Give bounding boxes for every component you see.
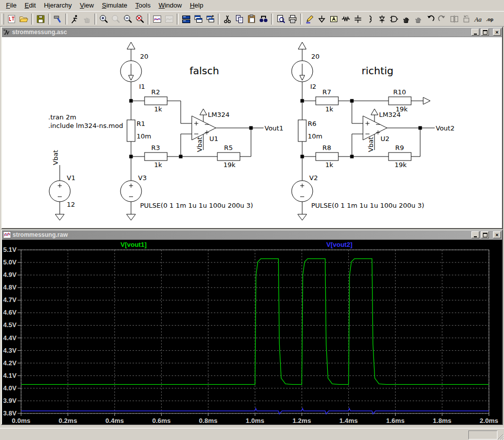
current-source-I2[interactable]: 20 I2	[292, 53, 320, 90]
toolbar-gripper[interactable]	[2, 14, 4, 25]
redo-button	[436, 13, 448, 25]
y-axis-tick-label: 4.0V	[3, 384, 17, 392]
zoom-full-extents-button[interactable]	[134, 13, 146, 25]
x-axis-tick-label: 1.8ms	[433, 417, 451, 424]
zoom-out-button[interactable]	[122, 13, 134, 25]
directive-include[interactable]: .include lm324-ns.mod	[48, 122, 123, 129]
svg-text:U2: U2	[381, 135, 390, 142]
open-file-button[interactable]	[18, 13, 30, 25]
voltage-source-V3[interactable]: V3 PULSE(0 1 1m 1u 1u 100u 200u 3)	[120, 174, 253, 209]
place-text-button[interactable]: Aa	[472, 13, 484, 25]
menu-view[interactable]: View	[76, 1, 98, 11]
svg-text:LM324: LM324	[208, 111, 229, 118]
save-button[interactable]	[35, 13, 47, 25]
spice-directive-button[interactable]: .op	[484, 13, 496, 25]
resistor-R3[interactable]: R3 1k	[145, 144, 167, 169]
resize-grip[interactable]	[497, 433, 503, 440]
resistor-R10[interactable]: R10 19k	[389, 88, 411, 113]
legend-V[vout2][interactable]: V[vout2]	[326, 241, 352, 248]
net-label-vout1[interactable]: Vout1	[265, 124, 283, 132]
rotate-button	[460, 13, 472, 25]
resistor-R7[interactable]: R7 1k	[316, 88, 338, 113]
place-resistor-button[interactable]	[340, 13, 352, 25]
arrange-icons-button[interactable]	[204, 13, 216, 25]
print-preview-button[interactable]	[275, 13, 287, 25]
redo-icon	[437, 14, 447, 24]
menu-file[interactable]: File	[2, 1, 21, 11]
menu-edit[interactable]: Edit	[21, 1, 40, 11]
current-source-I1[interactable]: 20 I1	[120, 53, 149, 90]
svg-text:20: 20	[311, 53, 320, 60]
waveform-plot[interactable]: 5.1V5.0V4.9V4.8V4.7V4.6V4.5V4.4V4.3V4.2V…	[2, 240, 502, 424]
undo-button[interactable]	[424, 13, 436, 25]
new-schematic-button[interactable]	[6, 13, 18, 25]
schematic-maximize-button[interactable]	[481, 29, 489, 36]
waveform-maximize-button[interactable]	[481, 231, 489, 238]
place-capacitor-button[interactable]	[352, 13, 364, 25]
cut-button[interactable]	[221, 13, 233, 25]
svg-text:PULSE(0 1 1m 1u 1u 100u 200u 3: PULSE(0 1 1m 1u 1u 100u 200u 3)	[311, 202, 424, 209]
svg-text:19k: 19k	[395, 161, 407, 169]
voltage-source-V2[interactable]: V2 PULSE(0 1 1m 1u 1u 100u 200u 3)	[292, 174, 424, 209]
move-button[interactable]	[400, 13, 412, 25]
copy-button[interactable]	[233, 13, 245, 25]
save-icon	[36, 14, 46, 24]
tile-windows-button[interactable]	[180, 13, 192, 25]
autorange-y-axis-button[interactable]	[151, 13, 163, 25]
waveform-window-titlebar[interactable]: strommessung.raw ×	[2, 230, 502, 239]
tile-windows-icon	[181, 14, 191, 24]
resistor-R1[interactable]: R1 10m	[127, 120, 151, 141]
print-button[interactable]	[287, 13, 299, 25]
svg-text:20: 20	[140, 53, 149, 60]
run-simulation-icon	[70, 14, 80, 24]
svg-text:PULSE(0 1 1m 1u 1u 100u 200u 3: PULSE(0 1 1m 1u 1u 100u 200u 3)	[140, 202, 253, 209]
schematic-window-icon[interactable]	[3, 29, 11, 36]
schematic-window-titlebar[interactable]: strommessung.asc ×	[2, 28, 502, 37]
schematic-minimize-button[interactable]	[471, 29, 479, 36]
drag-icon	[413, 14, 423, 24]
resistor-R6[interactable]: R6 10m	[298, 120, 322, 141]
draw-wire-button[interactable]	[304, 13, 316, 25]
schematic-canvas[interactable]: falsch richtig .tran 2m .include lm324-n…	[2, 37, 502, 228]
menu-window[interactable]: Window	[155, 1, 186, 11]
place-diode-button[interactable]	[376, 13, 388, 25]
waveform-close-button[interactable]: ×	[493, 231, 501, 238]
legend-V[vout1][interactable]: V[vout1]	[120, 241, 147, 248]
resistor-R5[interactable]: R5 19k	[217, 144, 240, 169]
svg-text:Vbat: Vbat	[196, 137, 203, 152]
run-simulation-button[interactable]	[69, 13, 81, 25]
place-inductor-button[interactable]	[364, 13, 376, 25]
svg-text:1k: 1k	[325, 105, 333, 113]
place-net-label-button[interactable]	[328, 13, 340, 25]
net-label-vout2[interactable]: Vout2	[436, 124, 454, 132]
schematic-close-button[interactable]: ×	[493, 29, 501, 36]
menu-bar: FileEditHierarchyViewSimulateToolsWindow…	[0, 0, 504, 11]
resistor-R8[interactable]: R8 1k	[316, 144, 338, 169]
resistor-R2[interactable]: R2 1k	[145, 88, 167, 113]
menu-simulate[interactable]: Simulate	[98, 1, 132, 11]
svg-text:R1: R1	[137, 120, 145, 127]
menu-help[interactable]: Help	[186, 1, 207, 11]
zoom-back-icon	[111, 14, 121, 24]
cascade-windows-button[interactable]	[192, 13, 204, 25]
paste-button[interactable]	[245, 13, 258, 25]
place-ground-button[interactable]	[316, 13, 328, 25]
x-axis-tick-label: 0.2ms	[59, 417, 77, 424]
voltage-source-V1[interactable]: V1 12 Vbat	[49, 150, 75, 208]
waveform-window-icon[interactable]	[3, 231, 11, 238]
drag-button[interactable]	[412, 13, 424, 25]
control-panel-button[interactable]	[52, 13, 64, 25]
waveform-minimize-button[interactable]	[471, 231, 479, 238]
cascade-windows-icon	[193, 14, 203, 24]
resistor-R9[interactable]: R9 19k	[389, 144, 411, 169]
y-axis-tick-label: 4.5V	[3, 321, 17, 329]
place-component-button[interactable]	[388, 13, 400, 25]
y-axis-tick-label: 4.7V	[3, 296, 17, 304]
zoom-in-button[interactable]	[98, 13, 110, 25]
plot-settings-icon	[164, 14, 174, 24]
directive-tran[interactable]: .tran 2m	[48, 113, 76, 121]
find-button[interactable]	[258, 13, 270, 25]
control-panel-icon	[53, 14, 63, 24]
menu-hierarchy[interactable]: Hierarchy	[40, 1, 76, 11]
menu-tools[interactable]: Tools	[132, 1, 155, 11]
